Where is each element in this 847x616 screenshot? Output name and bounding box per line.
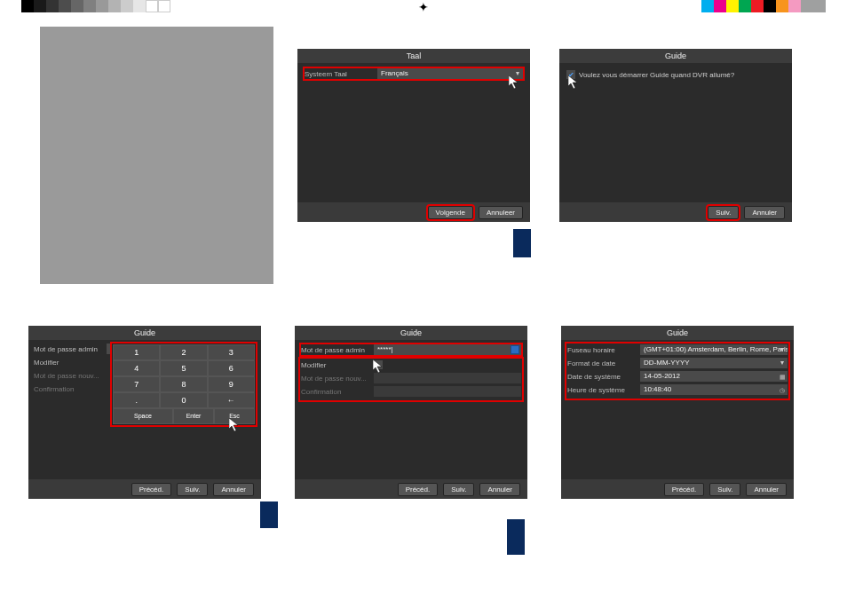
- prev-button[interactable]: Précéd.: [664, 483, 705, 496]
- window-title: Guide: [561, 326, 794, 340]
- dateformat-label: Format de date: [567, 359, 640, 367]
- start-guide-label: Voulez vous démarrer Guide quand DVR all…: [579, 71, 734, 79]
- admin-password-field[interactable]: *****|: [374, 344, 521, 355]
- language-label: Systeem Taal: [305, 70, 377, 78]
- numpad-key-9[interactable]: 9: [208, 376, 255, 392]
- cancel-button[interactable]: Annuler: [744, 206, 785, 219]
- new-password-label: Mot de passe nouv...: [301, 375, 374, 383]
- screen-password-numpad: Guide Mot de passe admin ***** Modifier …: [28, 326, 261, 499]
- systemdate-field[interactable]: 14-05-2012 ▦: [640, 371, 788, 382]
- annotation-marker: [507, 519, 525, 555]
- systemtime-field[interactable]: 10:48:40 ◷: [640, 384, 788, 395]
- numpad-key-7[interactable]: 7: [113, 376, 160, 392]
- modify-checkbox[interactable]: [374, 360, 383, 369]
- numpad-key-1[interactable]: 1: [113, 344, 160, 360]
- numpad-key-8[interactable]: 8: [160, 376, 207, 392]
- preview-noise-block: [40, 27, 273, 284]
- screen-guide-start: Guide ✔ Voulez vous démarrer Guide quand…: [559, 49, 792, 222]
- timezone-label: Fuseau horaire: [567, 346, 640, 354]
- window-title: Taal: [297, 49, 530, 63]
- colorbar-right: [701, 0, 826, 12]
- new-password-field[interactable]: [374, 373, 521, 383]
- confirm-label: Confirmation: [34, 385, 107, 393]
- numpad-key-3[interactable]: 3: [208, 344, 255, 360]
- annotation-marker: [513, 229, 531, 257]
- confirm-label: Confirmation: [301, 388, 374, 396]
- numpad-key-esc[interactable]: Esc: [214, 408, 255, 424]
- window-title: Guide: [559, 49, 792, 63]
- window-title: Guide: [295, 326, 527, 340]
- window-title: Guide: [28, 326, 261, 340]
- keyboard-icon[interactable]: [511, 345, 519, 354]
- annotation-marker: [260, 501, 278, 528]
- timezone-dropdown[interactable]: (GMT+01:00) Amsterdam, Berlin, Rome, Par…: [640, 344, 788, 355]
- next-button[interactable]: Suiv.: [443, 483, 474, 496]
- screen-language: Taal Systeem Taal Français Volgende Annu…: [297, 49, 530, 222]
- cancel-button[interactable]: Annuler: [746, 483, 787, 496]
- dateformat-dropdown[interactable]: DD-MM-YYYY: [640, 358, 788, 368]
- numpad-key-5[interactable]: 5: [160, 360, 207, 376]
- screen-datetime: Guide Fuseau horaire (GMT+01:00) Amsterd…: [561, 326, 794, 499]
- language-dropdown[interactable]: Français: [377, 68, 523, 79]
- prev-button[interactable]: Précéd.: [398, 483, 439, 496]
- numpad-key-space[interactable]: Space: [113, 408, 173, 424]
- new-password-label: Mot de passe nouv...: [34, 372, 107, 380]
- cancel-button[interactable]: Annuler: [213, 483, 254, 496]
- clock-icon[interactable]: ◷: [779, 385, 786, 392]
- colorbar-left: [21, 0, 170, 12]
- admin-password-label: Mot de passe admin: [34, 345, 107, 353]
- modify-label: Modifier: [301, 361, 374, 369]
- virtual-numpad: 1 2 3 4 5 6 7 8 9 . 0 ← Space Enter: [112, 344, 256, 425]
- modify-label: Modifier: [34, 359, 107, 367]
- calendar-icon[interactable]: ▦: [779, 372, 786, 379]
- next-button[interactable]: Volgende: [428, 206, 473, 219]
- cancel-button[interactable]: Annuler: [479, 483, 520, 496]
- numpad-key-4[interactable]: 4: [113, 360, 160, 376]
- numpad-key-2[interactable]: 2: [160, 344, 207, 360]
- admin-password-label: Mot de passe admin: [301, 346, 374, 354]
- numpad-key-0[interactable]: 0: [160, 392, 207, 408]
- start-guide-checkbox[interactable]: ✔: [566, 70, 575, 79]
- next-button[interactable]: Suiv.: [708, 206, 739, 219]
- cancel-button[interactable]: Annuleer: [479, 206, 523, 219]
- next-button[interactable]: Suiv.: [709, 483, 740, 496]
- systemdate-label: Date de système: [567, 373, 640, 381]
- prev-button[interactable]: Précéd.: [131, 483, 172, 496]
- numpad-key-enter[interactable]: Enter: [173, 408, 214, 424]
- numpad-key-dot[interactable]: .: [113, 392, 160, 408]
- registration-icon: ✦: [418, 0, 429, 14]
- screen-password-modify: Guide Mot de passe admin *****| Modifier…: [295, 326, 527, 499]
- numpad-key-backspace[interactable]: ←: [208, 392, 255, 408]
- numpad-key-6[interactable]: 6: [208, 360, 255, 376]
- next-button[interactable]: Suiv.: [177, 483, 208, 496]
- confirm-password-field[interactable]: [374, 386, 521, 397]
- systemtime-label: Heure de système: [567, 386, 640, 394]
